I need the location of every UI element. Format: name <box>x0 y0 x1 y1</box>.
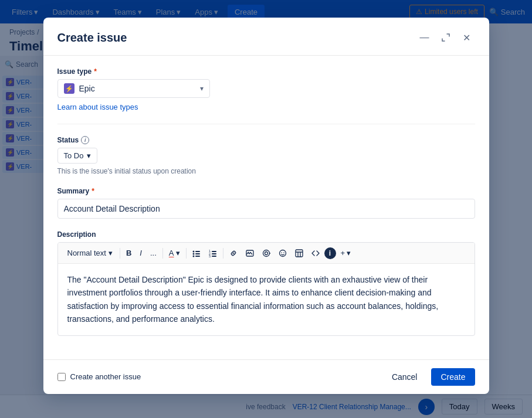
editor-content[interactable]: The "Account Detail Description" Epic is… <box>58 264 475 335</box>
svg-rect-7 <box>212 251 216 252</box>
toolbar-divider-4 <box>223 248 223 259</box>
svg-point-15 <box>265 252 267 254</box>
more-options-button[interactable]: +▾ <box>337 246 355 260</box>
bold-button[interactable]: B <box>123 246 135 260</box>
more-formatting-button[interactable]: ... <box>147 246 160 260</box>
modal-header: Create issue — ✕ <box>43 18 489 56</box>
svg-point-2 <box>192 253 194 254</box>
summary-group: Summary * <box>57 187 475 219</box>
svg-rect-19 <box>296 250 303 257</box>
help-button[interactable]: i <box>324 247 336 259</box>
required-indicator: * <box>94 67 97 76</box>
description-editor: Normal text ▾ B I ... A▾ <box>57 242 475 336</box>
modal-header-actions: — ✕ <box>416 29 475 46</box>
svg-point-18 <box>283 252 284 253</box>
toolbar-divider-3 <box>186 248 187 259</box>
code-button[interactable] <box>308 247 323 260</box>
image-button[interactable] <box>242 247 257 260</box>
cancel-button[interactable]: Cancel <box>382 368 427 386</box>
create-another-checkbox[interactable] <box>57 373 66 381</box>
create-another-label: Create another issue <box>70 372 141 381</box>
status-dropdown[interactable]: To Do ▾ <box>57 148 98 164</box>
create-button[interactable]: Create <box>431 368 475 386</box>
mention-button[interactable] <box>259 247 274 260</box>
status-label: Status i <box>57 136 475 144</box>
svg-rect-3 <box>195 253 200 254</box>
text-color-button[interactable]: A▾ <box>165 246 184 260</box>
footer-buttons: Cancel Create <box>382 368 475 386</box>
summary-label: Summary * <box>57 187 475 195</box>
modal-title: Create issue <box>57 31 127 45</box>
create-issue-modal: Create issue — ✕ Issue type * ⚡ Epic <box>43 18 489 394</box>
svg-point-0 <box>192 250 194 252</box>
svg-rect-5 <box>195 256 200 257</box>
toolbar-divider-2 <box>162 248 163 259</box>
create-another-checkbox-wrapper[interactable]: Create another issue <box>57 372 141 381</box>
info-icon[interactable]: i <box>81 136 89 144</box>
required-indicator: * <box>92 187 94 195</box>
issue-type-value: Epic <box>79 84 95 93</box>
text-style-button[interactable]: Normal text ▾ <box>63 246 117 260</box>
bullet-list-button[interactable] <box>189 247 204 260</box>
numbered-list-button[interactable]: 1.2.3. <box>205 247 221 260</box>
expand-button[interactable] <box>438 29 454 46</box>
svg-rect-11 <box>212 256 216 257</box>
chevron-down-icon: ▾ <box>200 84 204 93</box>
svg-point-17 <box>281 252 282 253</box>
close-button[interactable]: ✕ <box>459 29 475 46</box>
description-group: Description Normal text ▾ B I <box>57 230 475 336</box>
link-button[interactable] <box>226 247 241 260</box>
chevron-down-icon: ▾ <box>87 151 91 160</box>
epic-icon-badge: ⚡ <box>64 83 74 94</box>
summary-input[interactable] <box>57 199 475 219</box>
issue-type-select[interactable]: ⚡ Epic ▾ <box>57 79 210 98</box>
toolbar-divider-1 <box>120 248 120 259</box>
svg-rect-9 <box>212 253 216 254</box>
italic-button[interactable]: I <box>136 246 145 260</box>
modal-body: Issue type * ⚡ Epic ▾ Learn about issue … <box>43 56 489 359</box>
status-group: Status i To Do ▾ This is the issue's ini… <box>57 136 475 175</box>
svg-text:3.: 3. <box>209 254 211 257</box>
issue-type-left: ⚡ Epic <box>64 83 95 94</box>
svg-rect-1 <box>195 251 200 252</box>
description-label: Description <box>57 230 475 239</box>
status-value: To Do <box>64 151 84 160</box>
emoji-button[interactable] <box>275 247 290 260</box>
issue-type-group: Issue type * ⚡ Epic ▾ Learn about issue … <box>57 67 475 112</box>
svg-point-16 <box>279 250 286 256</box>
section-divider <box>57 124 475 124</box>
chevron-down-icon: ▾ <box>109 249 113 257</box>
modal-footer: Create another issue Cancel Create <box>43 359 489 394</box>
issue-type-label: Issue type * <box>57 67 475 76</box>
learn-about-issue-types-link[interactable]: Learn about issue types <box>57 103 138 111</box>
status-hint: This is the issue's initial status upon … <box>57 167 475 175</box>
editor-toolbar: Normal text ▾ B I ... A▾ <box>58 243 475 264</box>
minimize-button[interactable]: — <box>416 29 433 46</box>
svg-point-14 <box>263 250 269 256</box>
table-button[interactable] <box>292 247 307 260</box>
svg-point-4 <box>192 255 194 257</box>
